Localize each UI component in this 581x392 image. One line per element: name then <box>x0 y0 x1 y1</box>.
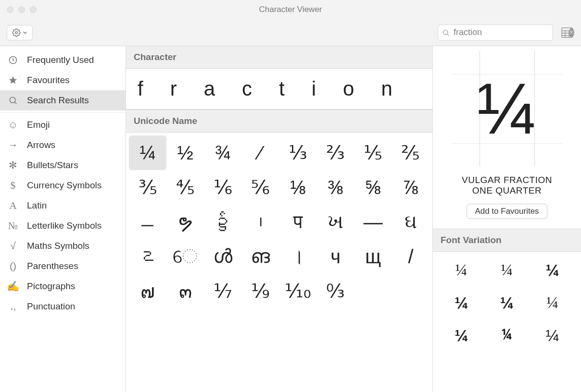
character-name: VULGAR FRACTION ONE QUARTER <box>433 171 581 204</box>
font-variation-cell[interactable]: ¼ <box>530 288 575 317</box>
sidebar-item-frequently-used[interactable]: Frequently Used <box>0 50 126 70</box>
glyph-cell[interactable]: ⅘ <box>166 170 204 205</box>
pen-icon: ✍ <box>7 281 19 292</box>
glyph-cell[interactable]: ⅕ <box>354 135 392 170</box>
punct-icon: ․, <box>7 301 19 312</box>
sidebar-item-label: Pictographs <box>27 281 75 292</box>
svg-rect-3 <box>562 28 572 37</box>
sidebar-item-pictographs[interactable]: ✍Pictographs <box>0 276 126 296</box>
glyph-cell[interactable]: ⅓ <box>279 135 317 170</box>
glyph-cell[interactable]: — <box>354 205 392 239</box>
letter-a-icon: A <box>7 200 19 212</box>
character-letter[interactable]: t <box>279 77 285 100</box>
glyph-cell[interactable]: / <box>392 239 429 274</box>
glyph-cell[interactable]: । <box>279 239 317 274</box>
character-name-line2: ONE QUARTER <box>442 185 571 196</box>
glyph-cell[interactable]: ౽ <box>129 239 166 274</box>
glyph-cell[interactable]: ၌ <box>204 205 241 239</box>
detail-panel: ¼ VULGAR FRACTION ONE QUARTER Add to Fav… <box>433 46 581 392</box>
glyph-cell[interactable]: ⅗ <box>129 170 166 205</box>
character-letter[interactable]: o <box>343 77 354 100</box>
sidebar-item-label: Parentheses <box>27 261 78 271</box>
glyph-cell[interactable]: ⅛ <box>279 170 317 205</box>
svg-marker-10 <box>9 76 17 84</box>
font-variation-cell[interactable]: ¼ <box>439 288 484 317</box>
settings-menu-button[interactable] <box>7 25 33 40</box>
font-variation-cell[interactable]: ¼ <box>530 256 575 284</box>
gear-icon <box>12 28 21 37</box>
glyph-cell[interactable]: ½ <box>166 135 204 170</box>
character-letter[interactable]: f <box>138 77 143 100</box>
window-title: Character Viewer <box>0 5 581 14</box>
glyph-cell[interactable]: ⅖ <box>392 135 429 170</box>
font-variation-cell[interactable]: ¼ <box>484 321 530 350</box>
sidebar-item-punctuation[interactable]: ․,Punctuation <box>0 296 126 317</box>
font-variation-cell[interactable]: ¼ <box>484 288 530 317</box>
sidebar-item-label: Bullets/Stars <box>27 160 78 171</box>
toggle-view-button[interactable] <box>560 26 574 39</box>
glyph-cell[interactable]: ⅜ <box>317 170 354 205</box>
glyph-cell[interactable]: ⅑ <box>241 274 279 308</box>
glyph-preview: ¼ <box>433 46 581 171</box>
character-letter[interactable]: a <box>204 77 215 100</box>
glyph-cell[interactable]: ⅙ <box>204 170 241 205</box>
search-input[interactable] <box>454 27 565 37</box>
font-variation-cell[interactable]: ¼ <box>530 321 575 350</box>
glyph-cell[interactable]: ၊ <box>241 205 279 239</box>
font-variation-cell[interactable]: ¼ <box>439 321 484 350</box>
grid-icon <box>561 27 573 38</box>
sidebar-item-label: Emoji <box>27 120 50 130</box>
sparkle-icon: ✻ <box>7 159 19 171</box>
sidebar-item-parentheses[interactable]: ()Parentheses <box>0 256 126 276</box>
clock-icon <box>7 55 19 65</box>
glyph-cell[interactable]: ⅒ <box>279 274 317 308</box>
smile-icon: ☺ <box>7 119 19 131</box>
glyph-cell[interactable]: щ <box>354 239 392 274</box>
sidebar-item-maths-symbols[interactable]: √Maths Symbols <box>0 236 126 256</box>
glyph-cell[interactable]: ⁄ <box>241 135 279 170</box>
sidebar-item-search-results[interactable]: Search Results <box>0 90 126 110</box>
glyph-cell[interactable]: ч <box>317 239 354 274</box>
character-letter[interactable]: i <box>312 77 316 100</box>
character-letter[interactable]: c <box>242 77 252 100</box>
glyph-cell[interactable]: प <box>279 205 317 239</box>
svg-point-1 <box>443 30 448 34</box>
glyph-cell[interactable]: ↉ <box>317 274 354 308</box>
glyph-cell[interactable]: ઘ <box>392 205 429 239</box>
search-field[interactable]: ✕ <box>438 24 553 41</box>
add-to-favourites-button[interactable]: Add to Favourites <box>467 204 547 219</box>
sidebar-item-latin[interactable]: ALatin <box>0 196 126 216</box>
glyph-cell[interactable]: ๓ <box>166 274 204 308</box>
glyph-cell[interactable]: ൾ <box>204 239 241 274</box>
font-variation-cell[interactable]: ¼ <box>439 256 484 284</box>
glyph-cell[interactable]: ⅝ <box>354 170 392 205</box>
search-icon <box>442 29 450 37</box>
sidebar-item-arrows[interactable]: →Arrows <box>0 135 126 155</box>
toolbar: ✕ <box>0 19 581 46</box>
glyph-cell[interactable]: ¼ <box>129 135 166 170</box>
star-icon <box>7 75 19 85</box>
glyph-cell[interactable]: ങ <box>241 239 279 274</box>
glyph-cell[interactable]: ⅞ <box>392 170 429 205</box>
glyph-cell[interactable]: ⅚ <box>241 170 279 205</box>
character-letter[interactable]: r <box>170 77 177 100</box>
sidebar-item-emoji[interactable]: ☺Emoji <box>0 115 126 135</box>
sidebar-item-currency-symbols[interactable]: $Currency Symbols <box>0 175 126 196</box>
glyph-cell[interactable]: ౼ <box>129 205 166 239</box>
section-head-character: Character <box>126 46 432 69</box>
sidebar-item-label: Maths Symbols <box>27 241 89 251</box>
glyph-cell[interactable]: ⅐ <box>204 274 241 308</box>
sidebar-item-favourites[interactable]: Favourites <box>0 70 126 90</box>
glyph-cell[interactable]: ຯ <box>166 205 204 239</box>
glyph-cell[interactable]: ⅔ <box>317 135 354 170</box>
glyph-cell[interactable]: ખ <box>317 205 354 239</box>
character-letter[interactable]: n <box>381 77 392 100</box>
glyph-cell[interactable]: ๗ <box>129 274 166 308</box>
arrow-icon: → <box>7 139 19 151</box>
glyph-cell[interactable]: େ <box>166 239 204 274</box>
font-variation-grid: ¼¼¼¼¼¼¼¼¼ <box>433 252 581 354</box>
glyph-cell[interactable]: ¾ <box>204 135 241 170</box>
sidebar-item-bullets-stars[interactable]: ✻Bullets/Stars <box>0 155 126 175</box>
sidebar-item-letterlike-symbols[interactable]: №Letterlike Symbols <box>0 216 126 236</box>
font-variation-cell[interactable]: ¼ <box>484 256 530 284</box>
